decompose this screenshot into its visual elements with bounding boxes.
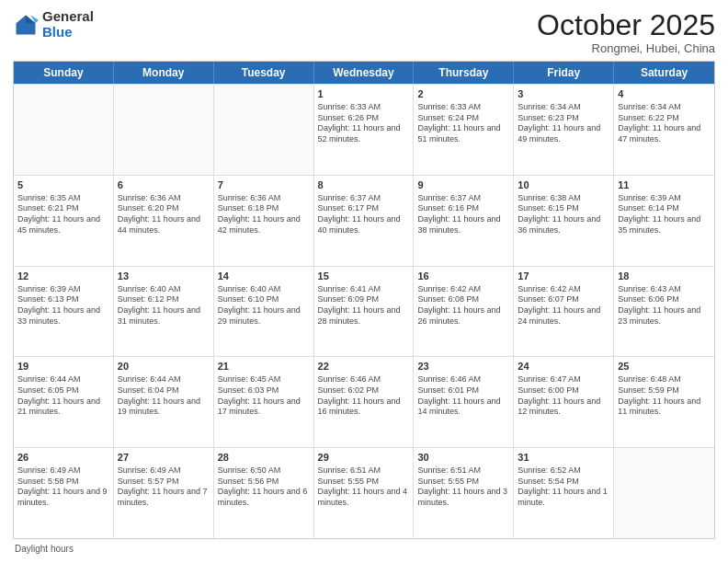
empty-cell: [614, 448, 714, 538]
day-number: 19: [17, 360, 109, 373]
day-number: 9: [417, 178, 509, 192]
logo-icon: [13, 12, 39, 38]
day-cell-4: 4Sunrise: 6:34 AM Sunset: 6:22 PM Daylig…: [614, 85, 714, 175]
day-cell-23: 23Sunrise: 6:46 AM Sunset: 6:01 PM Dayli…: [414, 357, 514, 447]
day-info: Sunrise: 6:52 AM Sunset: 5:54 PM Dayligh…: [518, 465, 609, 509]
day-info: Sunrise: 6:36 AM Sunset: 6:18 PM Dayligh…: [218, 193, 310, 236]
day-header-monday: Monday: [114, 62, 214, 84]
day-number: 28: [218, 451, 310, 465]
day-info: Sunrise: 6:34 AM Sunset: 6:23 PM Dayligh…: [518, 102, 609, 145]
day-cell-30: 30Sunrise: 6:51 AM Sunset: 5:55 PM Dayli…: [414, 448, 514, 538]
day-number: 31: [518, 451, 609, 465]
day-number: 30: [417, 451, 509, 465]
empty-cell: [14, 85, 114, 175]
day-info: Sunrise: 6:33 AM Sunset: 6:24 PM Dayligh…: [417, 102, 509, 145]
day-cell-9: 9Sunrise: 6:37 AM Sunset: 6:16 PM Daylig…: [414, 176, 514, 266]
calendar-header: SundayMondayTuesdayWednesdayThursdayFrid…: [14, 62, 714, 84]
day-info: Sunrise: 6:37 AM Sunset: 6:17 PM Dayligh…: [318, 193, 410, 236]
day-number: 29: [318, 451, 410, 465]
page: General Blue October 2025 Rongmei, Hubei…: [0, 0, 728, 563]
footer: Daylight hours: [13, 544, 715, 554]
day-info: Sunrise: 6:44 AM Sunset: 6:04 PM Dayligh…: [118, 374, 210, 418]
day-cell-6: 6Sunrise: 6:36 AM Sunset: 6:20 PM Daylig…: [114, 176, 214, 266]
day-cell-27: 27Sunrise: 6:49 AM Sunset: 5:57 PM Dayli…: [114, 448, 214, 538]
day-number: 25: [618, 360, 711, 373]
empty-cell: [114, 85, 214, 175]
day-cell-28: 28Sunrise: 6:50 AM Sunset: 5:56 PM Dayli…: [214, 448, 314, 538]
day-number: 14: [218, 270, 310, 283]
day-number: 6: [118, 178, 210, 192]
day-info: Sunrise: 6:50 AM Sunset: 5:56 PM Dayligh…: [218, 465, 310, 509]
day-info: Sunrise: 6:45 AM Sunset: 6:03 PM Dayligh…: [218, 374, 310, 418]
day-cell-24: 24Sunrise: 6:47 AM Sunset: 6:00 PM Dayli…: [514, 357, 614, 447]
day-number: 23: [417, 360, 509, 373]
day-info: Sunrise: 6:48 AM Sunset: 5:59 PM Dayligh…: [618, 374, 711, 418]
day-info: Sunrise: 6:44 AM Sunset: 6:05 PM Dayligh…: [17, 374, 109, 418]
week-row-2: 5Sunrise: 6:35 AM Sunset: 6:21 PM Daylig…: [14, 175, 714, 266]
day-cell-16: 16Sunrise: 6:42 AM Sunset: 6:08 PM Dayli…: [414, 267, 514, 357]
header: General Blue October 2025 Rongmei, Hubei…: [13, 9, 715, 55]
day-info: Sunrise: 6:43 AM Sunset: 6:06 PM Dayligh…: [618, 284, 711, 327]
logo-blue: Blue: [42, 24, 73, 40]
day-cell-1: 1Sunrise: 6:33 AM Sunset: 6:26 PM Daylig…: [314, 85, 415, 175]
day-info: Sunrise: 6:40 AM Sunset: 6:10 PM Dayligh…: [218, 284, 310, 327]
location-subtitle: Rongmei, Hubei, China: [537, 41, 715, 55]
day-info: Sunrise: 6:49 AM Sunset: 5:58 PM Dayligh…: [17, 465, 109, 509]
logo-text: General Blue: [42, 9, 94, 40]
day-cell-8: 8Sunrise: 6:37 AM Sunset: 6:17 PM Daylig…: [314, 176, 415, 266]
day-info: Sunrise: 6:51 AM Sunset: 5:55 PM Dayligh…: [318, 465, 410, 509]
day-header-thursday: Thursday: [414, 62, 514, 84]
logo-general: General: [42, 8, 94, 24]
week-row-1: 1Sunrise: 6:33 AM Sunset: 6:26 PM Daylig…: [14, 84, 714, 175]
day-header-tuesday: Tuesday: [214, 62, 314, 84]
day-header-friday: Friday: [514, 62, 614, 84]
day-number: 26: [17, 451, 109, 465]
day-number: 24: [518, 360, 609, 373]
logo: General Blue: [13, 9, 94, 40]
month-title: October 2025: [537, 9, 715, 41]
day-info: Sunrise: 6:39 AM Sunset: 6:14 PM Dayligh…: [618, 193, 711, 236]
day-cell-21: 21Sunrise: 6:45 AM Sunset: 6:03 PM Dayli…: [214, 357, 314, 447]
day-number: 17: [518, 270, 609, 283]
calendar: SundayMondayTuesdayWednesdayThursdayFrid…: [13, 61, 715, 539]
day-number: 8: [318, 178, 410, 192]
day-info: Sunrise: 6:51 AM Sunset: 5:55 PM Dayligh…: [417, 465, 509, 509]
day-cell-3: 3Sunrise: 6:34 AM Sunset: 6:23 PM Daylig…: [514, 85, 614, 175]
day-info: Sunrise: 6:47 AM Sunset: 6:00 PM Dayligh…: [518, 374, 609, 418]
empty-cell: [214, 85, 314, 175]
day-cell-17: 17Sunrise: 6:42 AM Sunset: 6:07 PM Dayli…: [514, 267, 614, 357]
day-number: 11: [618, 178, 711, 192]
day-info: Sunrise: 6:42 AM Sunset: 6:07 PM Dayligh…: [518, 284, 609, 327]
week-row-4: 19Sunrise: 6:44 AM Sunset: 6:05 PM Dayli…: [14, 356, 714, 447]
day-number: 7: [218, 178, 310, 192]
day-cell-15: 15Sunrise: 6:41 AM Sunset: 6:09 PM Dayli…: [314, 267, 415, 357]
day-cell-5: 5Sunrise: 6:35 AM Sunset: 6:21 PM Daylig…: [14, 176, 114, 266]
day-number: 21: [218, 360, 310, 373]
day-info: Sunrise: 6:33 AM Sunset: 6:26 PM Dayligh…: [318, 102, 410, 145]
day-header-wednesday: Wednesday: [314, 62, 415, 84]
calendar-body: 1Sunrise: 6:33 AM Sunset: 6:26 PM Daylig…: [14, 84, 714, 538]
day-number: 1: [318, 87, 410, 101]
day-number: 13: [118, 270, 210, 283]
day-info: Sunrise: 6:37 AM Sunset: 6:16 PM Dayligh…: [417, 193, 509, 236]
day-number: 5: [17, 178, 109, 192]
day-number: 27: [118, 451, 210, 465]
day-header-sunday: Sunday: [14, 62, 114, 84]
day-cell-26: 26Sunrise: 6:49 AM Sunset: 5:58 PM Dayli…: [14, 448, 114, 538]
day-info: Sunrise: 6:46 AM Sunset: 6:01 PM Dayligh…: [417, 374, 509, 418]
day-number: 16: [417, 270, 509, 283]
day-number: 4: [618, 87, 711, 101]
day-cell-14: 14Sunrise: 6:40 AM Sunset: 6:10 PM Dayli…: [214, 267, 314, 357]
day-cell-19: 19Sunrise: 6:44 AM Sunset: 6:05 PM Dayli…: [14, 357, 114, 447]
day-cell-20: 20Sunrise: 6:44 AM Sunset: 6:04 PM Dayli…: [114, 357, 214, 447]
day-info: Sunrise: 6:41 AM Sunset: 6:09 PM Dayligh…: [318, 284, 410, 327]
day-number: 20: [118, 360, 210, 373]
day-cell-11: 11Sunrise: 6:39 AM Sunset: 6:14 PM Dayli…: [614, 176, 714, 266]
title-block: October 2025 Rongmei, Hubei, China: [537, 9, 715, 55]
day-header-saturday: Saturday: [614, 62, 714, 84]
day-info: Sunrise: 6:34 AM Sunset: 6:22 PM Dayligh…: [618, 102, 711, 145]
day-number: 15: [318, 270, 410, 283]
day-number: 3: [518, 87, 609, 101]
day-cell-2: 2Sunrise: 6:33 AM Sunset: 6:24 PM Daylig…: [414, 85, 514, 175]
day-number: 22: [318, 360, 410, 373]
